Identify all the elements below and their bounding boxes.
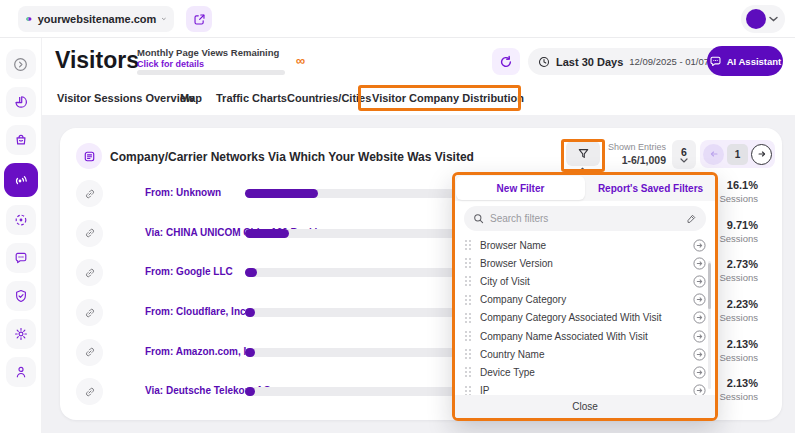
open-filter-icon[interactable]: [693, 366, 706, 379]
link-icon: [76, 299, 103, 326]
filter-item-label: Browser Name: [480, 240, 685, 251]
funnel-icon: [577, 147, 590, 160]
previous-page-button[interactable]: [703, 144, 724, 165]
sidebar-item-inbox[interactable]: [6, 125, 36, 155]
filter-button[interactable]: [566, 141, 600, 166]
link-icon: [76, 339, 103, 366]
refresh-button[interactable]: [492, 48, 520, 75]
tab-visitor-sessions-overview[interactable]: Visitor Sessions Overview: [57, 92, 194, 104]
filter-panel: New Filter Report's Saved Filters Browse…: [452, 172, 718, 421]
user-menu[interactable]: [741, 5, 785, 33]
open-filter-icon[interactable]: [693, 293, 706, 306]
chat-icon: [709, 55, 722, 68]
quota-value: ∞: [296, 53, 305, 68]
filter-item[interactable]: Company Name Associated With Visit: [464, 327, 706, 345]
next-page-button[interactable]: [751, 144, 772, 165]
bar-fill: [245, 229, 289, 238]
filter-item-label: Device Type: [480, 367, 685, 378]
external-link-icon: [193, 13, 206, 26]
open-filter-icon[interactable]: [693, 330, 706, 343]
filter-list: Browser Name Browser Version City of Vis…: [455, 235, 715, 400]
scrollbar-thumb[interactable]: [708, 263, 711, 309]
report-icon: [76, 143, 102, 169]
search-icon: [473, 213, 484, 224]
sidebar-item-goals[interactable]: [6, 205, 36, 235]
filter-item-label: Company Name Associated With Visit: [480, 331, 685, 342]
filter-item[interactable]: Browser Version: [464, 254, 706, 272]
sidebar-item-feedback[interactable]: [6, 243, 36, 273]
chat-bubble-icon: [14, 251, 28, 265]
company-label[interactable]: From: Google LLC: [145, 266, 233, 277]
drag-handle-icon[interactable]: [464, 239, 472, 251]
sidebar: [0, 38, 42, 433]
quota-details-link[interactable]: Click for details: [137, 59, 287, 69]
drag-handle-icon[interactable]: [464, 312, 472, 324]
drag-handle-icon[interactable]: [464, 330, 472, 342]
drag-handle-icon[interactable]: [464, 257, 472, 269]
link-icon: [76, 220, 103, 247]
chevron-down-icon: [769, 16, 778, 22]
sidebar-item-account[interactable]: [6, 357, 36, 387]
filter-item-label: Company Category Associated With Visit: [480, 312, 685, 323]
clear-filters-icon[interactable]: [685, 213, 697, 225]
app-window: yourwebsitename.com: [0, 0, 795, 433]
drag-handle-icon[interactable]: [464, 366, 472, 378]
open-website-button[interactable]: [186, 6, 212, 32]
tab-countries-cities[interactable]: Countries/Cities: [287, 92, 371, 104]
open-filter-icon[interactable]: [693, 311, 706, 324]
open-filter-icon[interactable]: [693, 239, 706, 252]
filter-item[interactable]: City of Visit: [464, 272, 706, 290]
filter-item[interactable]: Device Type: [464, 363, 706, 381]
avatar: [746, 9, 766, 29]
filter-item[interactable]: Company Category Associated With Visit: [464, 309, 706, 327]
radar-icon: [13, 172, 29, 188]
filter-item[interactable]: Company Category: [464, 291, 706, 309]
site-logo-icon: [26, 12, 32, 26]
sidebar-item-visitors[interactable]: [4, 163, 38, 197]
website-name: yourwebsitename.com: [38, 13, 157, 25]
arrow-right-icon: [757, 149, 767, 159]
tab-reports-saved-filters[interactable]: Report's Saved Filters: [586, 175, 715, 201]
filter-item-label: Company Category: [480, 294, 685, 305]
page-size-value: 6: [681, 146, 687, 158]
open-filter-icon[interactable]: [693, 348, 706, 361]
filter-list-scrollbar[interactable]: [708, 261, 711, 389]
company-label[interactable]: From: Unknown: [145, 187, 221, 198]
sidebar-toggle[interactable]: [6, 49, 36, 79]
close-button[interactable]: Close: [455, 395, 715, 418]
open-filter-icon[interactable]: [693, 275, 706, 288]
drag-handle-icon[interactable]: [464, 348, 472, 360]
filter-item[interactable]: Browser Name: [464, 236, 706, 254]
tab-traffic-charts[interactable]: Traffic Charts: [216, 92, 287, 104]
drag-handle-icon[interactable]: [464, 275, 472, 287]
filter-panel-tabs: New Filter Report's Saved Filters: [455, 175, 715, 201]
card-title: Company/Carrier Networks Via Which Your …: [110, 150, 474, 164]
link-icon: [76, 259, 103, 286]
bar-fill: [245, 189, 318, 198]
filter-item-label: Browser Version: [480, 258, 685, 269]
filter-search-input[interactable]: [490, 213, 679, 224]
tab-new-filter[interactable]: New Filter: [456, 176, 585, 200]
quota-progress-bar: [137, 70, 285, 75]
filter-item[interactable]: Country Name: [464, 345, 706, 363]
quota-label: Monthly Page Views Remaining: [137, 47, 287, 58]
company-label[interactable]: From: Cloudflare, Inc.: [145, 306, 248, 317]
date-preset-label: Last 30 Days: [556, 56, 623, 68]
tab-visitor-company-distribution[interactable]: Visitor Company Distribution: [372, 92, 524, 104]
bar-fill: [245, 308, 255, 317]
sidebar-item-dashboard[interactable]: [6, 87, 36, 117]
ai-assistant-button[interactable]: AI Assistant: [707, 46, 783, 76]
company-label[interactable]: From: Amazon.com, Inc.: [145, 346, 261, 357]
sidebar-item-security[interactable]: [6, 281, 36, 311]
tab-map[interactable]: Map: [180, 92, 202, 104]
current-page[interactable]: 1: [727, 144, 748, 165]
drag-handle-icon[interactable]: [464, 294, 472, 306]
website-selector[interactable]: yourwebsitename.com: [18, 6, 174, 32]
filter-item-label: City of Visit: [480, 276, 685, 287]
sidebar-item-settings[interactable]: [6, 319, 36, 349]
open-filter-icon[interactable]: [693, 257, 706, 270]
shown-entries: Shown Entries 1-6/1,009: [604, 142, 666, 166]
user-pin-icon: [14, 365, 28, 379]
page-size-select[interactable]: 6: [672, 140, 696, 169]
clock-icon: [538, 56, 550, 68]
